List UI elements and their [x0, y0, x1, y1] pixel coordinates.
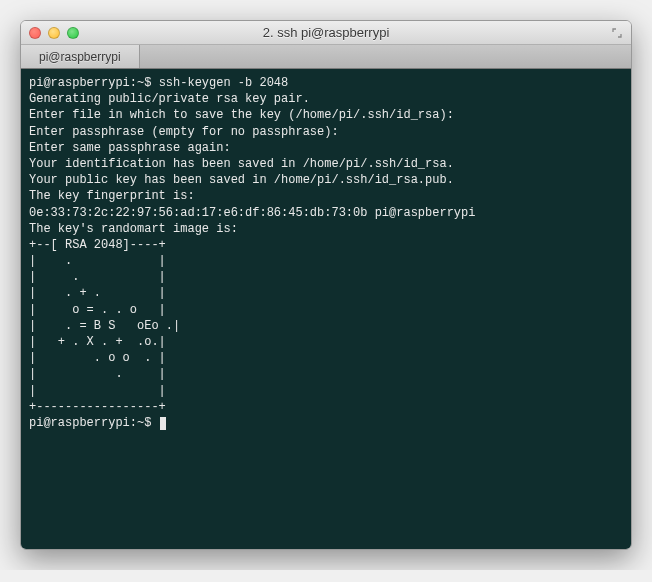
- tab-bar: pi@raspberrypi: [21, 45, 631, 69]
- minimize-icon[interactable]: [48, 27, 60, 39]
- command-text: ssh-keygen -b 2048: [159, 76, 289, 90]
- fullscreen-icon[interactable]: [611, 27, 623, 39]
- window-title: 2. ssh pi@raspberrypi: [21, 25, 631, 40]
- randomart-line: +-----------------+: [29, 400, 166, 414]
- traffic-lights: [29, 27, 79, 39]
- titlebar[interactable]: 2. ssh pi@raspberrypi: [21, 21, 631, 45]
- output-line: 0e:33:73:2c:22:97:56:ad:17:e6:df:86:45:d…: [29, 206, 475, 220]
- randomart-line: | + . X . + .o.|: [29, 335, 166, 349]
- output-line: Enter file in which to save the key (/ho…: [29, 108, 454, 122]
- prompt: pi@raspberrypi:~$: [29, 76, 159, 90]
- close-icon[interactable]: [29, 27, 41, 39]
- output-line: Your public key has been saved in /home/…: [29, 173, 454, 187]
- terminal-body[interactable]: pi@raspberrypi:~$ ssh-keygen -b 2048 Gen…: [21, 69, 631, 549]
- output-line: Generating public/private rsa key pair.: [29, 92, 310, 106]
- randomart-line: | . |: [29, 270, 166, 284]
- randomart-line: +--[ RSA 2048]----+: [29, 238, 166, 252]
- output-line: Enter same passphrase again:: [29, 141, 231, 155]
- randomart-line: | . |: [29, 367, 166, 381]
- output-line: The key fingerprint is:: [29, 189, 195, 203]
- tab-label: pi@raspberrypi: [39, 50, 121, 64]
- zoom-icon[interactable]: [67, 27, 79, 39]
- randomart-line: | . |: [29, 254, 166, 268]
- randomart-line: | . + . |: [29, 286, 166, 300]
- output-line: Your identification has been saved in /h…: [29, 157, 454, 171]
- randomart-line: | |: [29, 384, 166, 398]
- tab-session[interactable]: pi@raspberrypi: [21, 45, 140, 68]
- prompt: pi@raspberrypi:~$: [29, 416, 159, 430]
- output-line: The key's randomart image is:: [29, 222, 238, 236]
- terminal-window: 2. ssh pi@raspberrypi pi@raspberrypi pi@…: [20, 20, 632, 550]
- output-line: Enter passphrase (empty for no passphras…: [29, 125, 339, 139]
- randomart-line: | . o o . |: [29, 351, 166, 365]
- randomart-line: | . = B S oEo .|: [29, 319, 180, 333]
- randomart-line: | o = . . o |: [29, 303, 166, 317]
- cursor-icon: [160, 417, 166, 430]
